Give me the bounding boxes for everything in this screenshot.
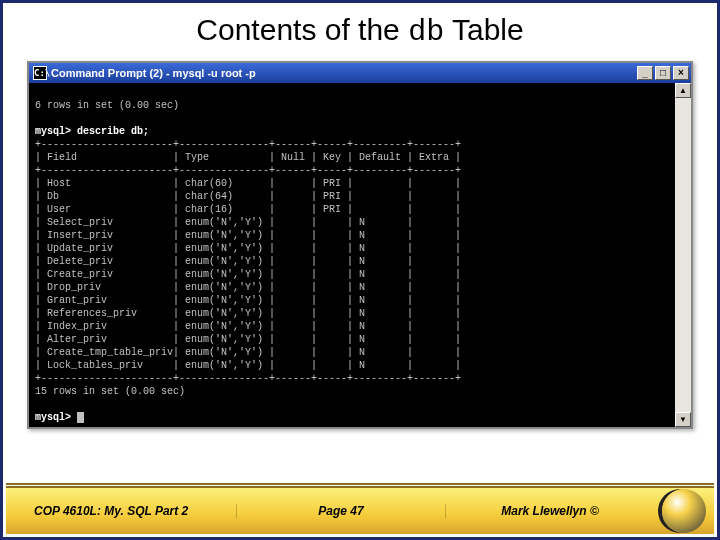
line-r08: | Create_priv | enum('N','Y') | | | N | …	[35, 269, 461, 280]
line-r03: | User | char(16) | | PRI | | |	[35, 204, 461, 215]
title-suffix: Table	[444, 13, 524, 46]
titlebar[interactable]: C:\ Command Prompt (2) - mysql -u root -…	[29, 63, 691, 83]
line-sep2: +----------------------+---------------+…	[35, 165, 461, 176]
line-prompt1: mysql> describe db;	[35, 126, 149, 137]
line-r14: | Create_tmp_table_priv| enum('N','Y') |…	[35, 347, 461, 358]
line-r10: | Grant_priv | enum('N','Y') | | | N | |	[35, 295, 461, 306]
terminal-body: 6 rows in set (0.00 sec) mysql> describe…	[29, 83, 691, 427]
cursor-icon	[77, 412, 84, 423]
line-r04: | Select_priv | enum('N','Y') | | | N | …	[35, 217, 461, 228]
line-rows-bottom: 15 rows in set (0.00 sec)	[35, 386, 185, 397]
line-r02: | Db | char(64) | | PRI | | |	[35, 191, 461, 202]
line-sep1: +----------------------+---------------+…	[35, 139, 461, 150]
title-prefix: Contents of the	[196, 13, 408, 46]
line-rows-top: 6 rows in set (0.00 sec)	[35, 100, 179, 111]
footer-left: COP 4610L: My. SQL Part 2	[6, 504, 237, 518]
window-title: Command Prompt (2) - mysql -u root -p	[51, 67, 637, 79]
line-r01: | Host | char(60) | | PRI | | |	[35, 178, 461, 189]
maximize-button[interactable]: □	[655, 66, 671, 80]
title-mono: db	[408, 15, 444, 49]
line-header: | Field | Type | Null | Key | Default | …	[35, 152, 461, 163]
line-r12: | Index_priv | enum('N','Y') | | | N | |	[35, 321, 461, 332]
line-sep3: +----------------------+---------------+…	[35, 373, 461, 384]
footer-logo	[654, 487, 714, 535]
footer-divider	[6, 483, 714, 485]
command-prompt-window: C:\ Command Prompt (2) - mysql -u root -…	[27, 61, 693, 429]
scroll-down-button[interactable]: ▼	[675, 412, 691, 427]
minimize-button[interactable]: _	[637, 66, 653, 80]
line-r09: | Drop_priv | enum('N','Y') | | | N | |	[35, 282, 461, 293]
footer-right: Mark Llewellyn ©	[446, 504, 654, 518]
slide-title: Contents of the db Table	[3, 3, 717, 55]
line-r06: | Update_priv | enum('N','Y') | | | N | …	[35, 243, 461, 254]
ucf-logo-icon	[662, 489, 706, 533]
terminal-content[interactable]: 6 rows in set (0.00 sec) mysql> describe…	[29, 83, 675, 427]
line-r15: | Lock_tables_priv | enum('N','Y') | | |…	[35, 360, 461, 371]
close-button[interactable]: ×	[673, 66, 689, 80]
footer: COP 4610L: My. SQL Part 2 Page 47 Mark L…	[6, 486, 714, 534]
footer-center: Page 47	[237, 504, 446, 518]
scroll-up-button[interactable]: ▲	[675, 83, 691, 98]
line-r07: | Delete_priv | enum('N','Y') | | | N | …	[35, 256, 461, 267]
line-r05: | Insert_priv | enum('N','Y') | | | N | …	[35, 230, 461, 241]
line-r13: | Alter_priv | enum('N','Y') | | | N | |	[35, 334, 461, 345]
scrollbar[interactable]: ▲ ▼	[675, 83, 691, 427]
scroll-track[interactable]	[675, 98, 691, 412]
terminal-window-wrap: C:\ Command Prompt (2) - mysql -u root -…	[27, 61, 693, 429]
line-prompt2: mysql>	[35, 412, 77, 423]
cmd-icon: C:\	[33, 66, 47, 80]
line-r11: | References_priv | enum('N','Y') | | | …	[35, 308, 461, 319]
